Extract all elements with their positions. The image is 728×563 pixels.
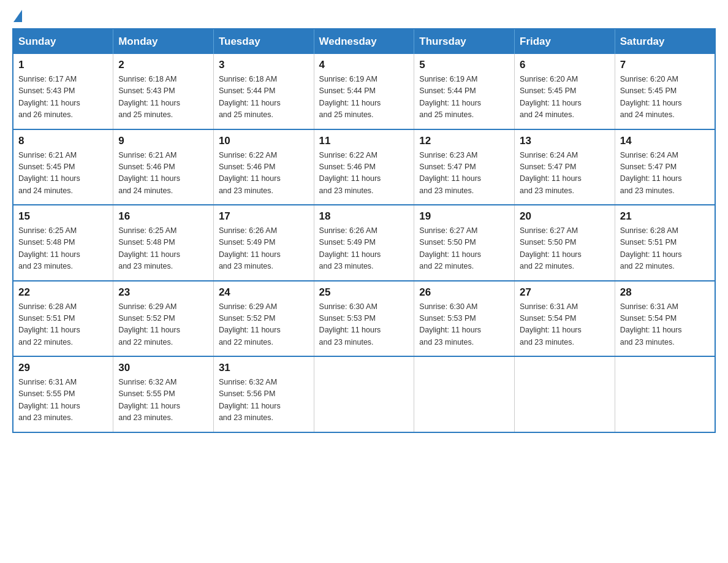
- calendar-cell: 8Sunrise: 6:21 AMSunset: 5:45 PMDaylight…: [13, 129, 113, 205]
- calendar-cell: 14Sunrise: 6:24 AMSunset: 5:47 PMDayligh…: [615, 129, 715, 205]
- day-info: Sunrise: 6:26 AMSunset: 5:49 PMDaylight:…: [319, 225, 409, 273]
- day-number: 27: [520, 286, 610, 299]
- day-number: 5: [419, 59, 509, 71]
- day-info: Sunrise: 6:24 AMSunset: 5:47 PMDaylight:…: [520, 150, 610, 197]
- calendar-cell: [515, 356, 615, 432]
- day-number: 2: [118, 59, 208, 71]
- calendar-cell: 9Sunrise: 6:21 AMSunset: 5:46 PMDaylight…: [113, 129, 214, 205]
- day-number: 10: [219, 135, 309, 147]
- day-number: 28: [620, 286, 710, 299]
- day-number: 20: [520, 210, 610, 223]
- day-info: Sunrise: 6:22 AMSunset: 5:46 PMDaylight:…: [319, 150, 409, 197]
- weekday-header-monday: Monday: [113, 29, 214, 54]
- day-info: Sunrise: 6:32 AMSunset: 5:56 PMDaylight:…: [219, 377, 309, 424]
- calendar-body: 1Sunrise: 6:17 AMSunset: 5:43 PMDaylight…: [13, 54, 715, 432]
- day-number: 24: [219, 286, 309, 299]
- day-info: Sunrise: 6:26 AMSunset: 5:49 PMDaylight:…: [219, 225, 309, 273]
- calendar-cell: 4Sunrise: 6:19 AMSunset: 5:44 PMDaylight…: [314, 54, 414, 129]
- day-info: Sunrise: 6:25 AMSunset: 5:48 PMDaylight:…: [118, 225, 208, 273]
- calendar-cell: [414, 356, 515, 432]
- calendar-week-row: 15Sunrise: 6:25 AMSunset: 5:48 PMDayligh…: [13, 205, 715, 281]
- day-number: 21: [620, 210, 710, 223]
- calendar-cell: 20Sunrise: 6:27 AMSunset: 5:50 PMDayligh…: [515, 205, 615, 281]
- calendar-cell: 5Sunrise: 6:19 AMSunset: 5:44 PMDaylight…: [414, 54, 515, 129]
- day-number: 23: [118, 286, 208, 299]
- day-info: Sunrise: 6:21 AMSunset: 5:46 PMDaylight:…: [118, 150, 208, 197]
- day-info: Sunrise: 6:24 AMSunset: 5:47 PMDaylight:…: [620, 150, 710, 197]
- day-number: 12: [419, 135, 509, 147]
- calendar-week-row: 29Sunrise: 6:31 AMSunset: 5:55 PMDayligh…: [13, 356, 715, 432]
- day-info: Sunrise: 6:23 AMSunset: 5:47 PMDaylight:…: [419, 150, 509, 197]
- calendar-cell: 13Sunrise: 6:24 AMSunset: 5:47 PMDayligh…: [515, 129, 615, 205]
- calendar-cell: 19Sunrise: 6:27 AMSunset: 5:50 PMDayligh…: [414, 205, 515, 281]
- logo: [12, 12, 22, 22]
- calendar-cell: 1Sunrise: 6:17 AMSunset: 5:43 PMDaylight…: [13, 54, 113, 129]
- calendar-cell: 6Sunrise: 6:20 AMSunset: 5:45 PMDaylight…: [515, 54, 615, 129]
- calendar-cell: 26Sunrise: 6:30 AMSunset: 5:53 PMDayligh…: [414, 281, 515, 357]
- day-info: Sunrise: 6:20 AMSunset: 5:45 PMDaylight:…: [520, 74, 610, 121]
- day-info: Sunrise: 6:20 AMSunset: 5:45 PMDaylight:…: [620, 74, 710, 121]
- calendar-cell: 24Sunrise: 6:29 AMSunset: 5:52 PMDayligh…: [213, 281, 314, 357]
- day-info: Sunrise: 6:30 AMSunset: 5:53 PMDaylight:…: [319, 301, 409, 349]
- day-info: Sunrise: 6:31 AMSunset: 5:54 PMDaylight:…: [520, 301, 610, 349]
- day-number: 14: [620, 135, 710, 147]
- calendar-cell: [314, 356, 414, 432]
- day-info: Sunrise: 6:31 AMSunset: 5:54 PMDaylight:…: [620, 301, 710, 349]
- page-header: [12, 12, 716, 22]
- calendar-cell: 29Sunrise: 6:31 AMSunset: 5:55 PMDayligh…: [13, 356, 113, 432]
- day-info: Sunrise: 6:31 AMSunset: 5:55 PMDaylight:…: [18, 377, 108, 424]
- day-info: Sunrise: 6:19 AMSunset: 5:44 PMDaylight:…: [319, 74, 409, 121]
- calendar-cell: 10Sunrise: 6:22 AMSunset: 5:46 PMDayligh…: [213, 129, 314, 205]
- calendar-cell: 31Sunrise: 6:32 AMSunset: 5:56 PMDayligh…: [213, 356, 314, 432]
- calendar-cell: 25Sunrise: 6:30 AMSunset: 5:53 PMDayligh…: [314, 281, 414, 357]
- calendar-cell: 23Sunrise: 6:29 AMSunset: 5:52 PMDayligh…: [113, 281, 214, 357]
- calendar-cell: 16Sunrise: 6:25 AMSunset: 5:48 PMDayligh…: [113, 205, 214, 281]
- day-number: 9: [118, 135, 208, 147]
- day-info: Sunrise: 6:17 AMSunset: 5:43 PMDaylight:…: [18, 74, 108, 121]
- calendar-cell: 27Sunrise: 6:31 AMSunset: 5:54 PMDayligh…: [515, 281, 615, 357]
- day-number: 7: [620, 59, 710, 71]
- calendar-header: SundayMondayTuesdayWednesdayThursdayFrid…: [13, 29, 715, 54]
- day-info: Sunrise: 6:28 AMSunset: 5:51 PMDaylight:…: [18, 301, 108, 349]
- calendar-week-row: 1Sunrise: 6:17 AMSunset: 5:43 PMDaylight…: [13, 54, 715, 129]
- day-number: 6: [520, 59, 610, 71]
- day-info: Sunrise: 6:29 AMSunset: 5:52 PMDaylight:…: [118, 301, 208, 349]
- day-number: 18: [319, 210, 409, 223]
- weekday-header-friday: Friday: [515, 29, 615, 54]
- day-number: 29: [18, 362, 108, 374]
- calendar-cell: 11Sunrise: 6:22 AMSunset: 5:46 PMDayligh…: [314, 129, 414, 205]
- day-number: 1: [18, 59, 108, 71]
- calendar-cell: 2Sunrise: 6:18 AMSunset: 5:43 PMDaylight…: [113, 54, 214, 129]
- day-number: 17: [219, 210, 309, 223]
- day-info: Sunrise: 6:27 AMSunset: 5:50 PMDaylight:…: [520, 225, 610, 273]
- calendar-cell: 15Sunrise: 6:25 AMSunset: 5:48 PMDayligh…: [13, 205, 113, 281]
- calendar-cell: 3Sunrise: 6:18 AMSunset: 5:44 PMDaylight…: [213, 54, 314, 129]
- day-number: 31: [219, 362, 309, 374]
- calendar-cell: 17Sunrise: 6:26 AMSunset: 5:49 PMDayligh…: [213, 205, 314, 281]
- weekday-header-tuesday: Tuesday: [213, 29, 314, 54]
- day-number: 8: [18, 135, 108, 147]
- day-number: 30: [118, 362, 208, 374]
- day-number: 13: [520, 135, 610, 147]
- calendar-cell: 12Sunrise: 6:23 AMSunset: 5:47 PMDayligh…: [414, 129, 515, 205]
- day-number: 11: [319, 135, 409, 147]
- day-info: Sunrise: 6:18 AMSunset: 5:44 PMDaylight:…: [219, 74, 309, 121]
- weekday-header-sunday: Sunday: [13, 29, 113, 54]
- weekday-header-saturday: Saturday: [615, 29, 715, 54]
- day-info: Sunrise: 6:28 AMSunset: 5:51 PMDaylight:…: [620, 225, 710, 273]
- calendar-week-row: 8Sunrise: 6:21 AMSunset: 5:45 PMDaylight…: [13, 129, 715, 205]
- calendar-cell: 7Sunrise: 6:20 AMSunset: 5:45 PMDaylight…: [615, 54, 715, 129]
- calendar-cell: 30Sunrise: 6:32 AMSunset: 5:55 PMDayligh…: [113, 356, 214, 432]
- day-info: Sunrise: 6:22 AMSunset: 5:46 PMDaylight:…: [219, 150, 309, 197]
- day-info: Sunrise: 6:19 AMSunset: 5:44 PMDaylight:…: [419, 74, 509, 121]
- day-number: 3: [219, 59, 309, 71]
- day-number: 26: [419, 286, 509, 299]
- logo-triangle-icon: [13, 10, 22, 22]
- weekday-header-wednesday: Wednesday: [314, 29, 414, 54]
- day-number: 25: [319, 286, 409, 299]
- day-info: Sunrise: 6:21 AMSunset: 5:45 PMDaylight:…: [18, 150, 108, 197]
- day-number: 16: [118, 210, 208, 223]
- day-number: 15: [18, 210, 108, 223]
- calendar-table: SundayMondayTuesdayWednesdayThursdayFrid…: [12, 28, 716, 433]
- day-info: Sunrise: 6:25 AMSunset: 5:48 PMDaylight:…: [18, 225, 108, 273]
